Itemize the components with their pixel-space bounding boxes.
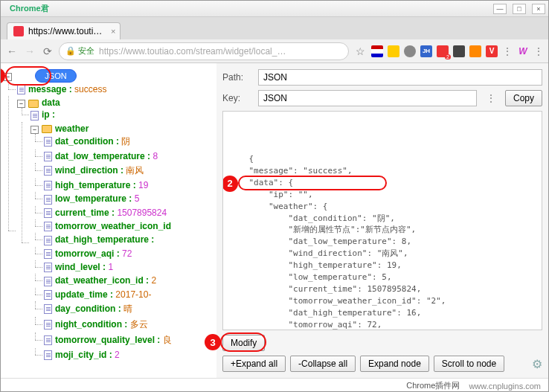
minimize-button[interactable]: —: [493, 4, 507, 14]
callout-3-ring: [220, 332, 266, 352]
file-icon: [44, 335, 52, 345]
favicon-icon: [13, 26, 24, 36]
page-footer: Chrome插件网 www.cnplugins.com: [1, 378, 548, 392]
tab-close-icon[interactable]: ×: [111, 27, 115, 36]
tree-node[interactable]: dat_high_temperature :: [44, 233, 214, 246]
path-label: Path:: [222, 72, 252, 83]
settings-gear-icon[interactable]: ⚙: [532, 357, 542, 371]
tree-node[interactable]: current_time : 1507895824: [44, 206, 214, 219]
file-icon: [44, 208, 52, 218]
brand-label: Chrome君: [10, 3, 49, 14]
tree-node[interactable]: dat_condition : 阴: [44, 134, 214, 150]
maximize-button[interactable]: □: [513, 4, 526, 14]
flag-icon[interactable]: [371, 45, 383, 57]
callout-1-ring: [5, 66, 51, 86]
key-menu-icon[interactable]: ⋮: [483, 92, 499, 104]
file-icon: [44, 137, 52, 147]
file-icon: [17, 85, 25, 94]
tree-node[interactable]: high_temperature : 19: [44, 179, 214, 192]
callout-2: 2: [222, 176, 238, 192]
tree-node[interactable]: low_temperature : 5: [44, 192, 214, 205]
tab-title: https://www.touti…: [28, 26, 102, 36]
file-icon: [44, 166, 52, 176]
tree-node[interactable]: dat_low_temperature : 8: [44, 150, 214, 163]
expand-node-button[interactable]: Expand node: [360, 356, 429, 372]
browser-menu-icon[interactable]: ⋮: [533, 45, 544, 57]
star-ext-icon[interactable]: [388, 45, 399, 57]
file-icon: [44, 304, 52, 314]
bookmark-star-icon[interactable]: ☆: [353, 45, 367, 58]
callout-3: 3: [205, 334, 221, 350]
tree-node[interactable]: wind_direction : 南风: [44, 163, 214, 179]
key-label: Key:: [222, 93, 252, 103]
callout-2-ring: [238, 176, 387, 190]
v-ext-icon[interactable]: V: [486, 45, 498, 57]
circle-ext-icon[interactable]: [404, 45, 416, 57]
file-icon: [44, 350, 52, 360]
file-icon: [44, 236, 52, 245]
file-icon: [44, 263, 52, 272]
jh-ext-icon[interactable]: JH: [420, 45, 432, 57]
path-row: Path:: [222, 69, 542, 86]
footer-site2: www.cnplugins.com: [469, 382, 541, 391]
file-icon: [44, 249, 52, 259]
json-textarea[interactable]: 2 { "message": "success", "data": { "ip"…: [222, 111, 542, 330]
w-ext-icon[interactable]: W: [517, 45, 529, 57]
copy-button[interactable]: Copy: [505, 90, 542, 106]
reload-button[interactable]: ⟳: [41, 45, 54, 58]
tree-node[interactable]: moji_city_id : 2: [44, 348, 214, 362]
window-titlebar: Chrome君 — □ ×: [1, 1, 548, 17]
address-bar: ← → ⟳ 🔒 安全 https://www.toutiao.com/strea…: [1, 39, 548, 63]
tree-node-message[interactable]: message : success: [17, 83, 214, 96]
tree-node[interactable]: dat_weather_icon_id : 2: [44, 274, 214, 287]
back-button[interactable]: ←: [5, 45, 19, 58]
file-icon: [44, 290, 52, 300]
bottom-button-row: +Expand all -Collapse all Expand node Sc…: [222, 356, 542, 372]
tree-node[interactable]: day_condition : 晴: [44, 301, 214, 317]
more-ext-icon[interactable]: ⋮: [502, 45, 513, 57]
callout-1: 1: [1, 68, 5, 84]
json-tree-panel: 1 − JSON message : success −data ip : −w…: [1, 63, 216, 378]
url-text: https://www.toutiao.com/stream/widget/lo…: [99, 46, 286, 57]
tree-node[interactable]: tomorrow_quality_level : 良: [44, 332, 214, 348]
tree-node-data[interactable]: −data ip : −weather dat_condition : 阴dat…: [17, 96, 214, 364]
file-icon: [44, 320, 52, 330]
collapse-all-button[interactable]: -Collapse all: [290, 356, 356, 372]
tree-node[interactable]: wind_level : 1: [44, 260, 214, 274]
tree-node[interactable]: tomorrow_weather_icon_id: [44, 219, 214, 233]
tree-node-ip[interactable]: ip :: [30, 108, 214, 121]
red-ext-icon[interactable]: [437, 45, 449, 57]
folder-icon: [28, 100, 39, 108]
close-button[interactable]: ×: [532, 4, 545, 14]
tree-node[interactable]: tomorrow_aqi : 72: [44, 247, 214, 260]
file-icon: [44, 195, 52, 205]
key-input[interactable]: [258, 90, 477, 106]
file-icon: [30, 111, 39, 121]
browser-tab[interactable]: https://www.touti… ×: [7, 22, 121, 39]
tree-node[interactable]: update_time : 2017-10-: [44, 288, 214, 301]
footer-site1: Chrome插件网: [406, 380, 460, 391]
orange-ext-icon[interactable]: [469, 45, 481, 57]
secure-badge: 🔒 安全: [65, 45, 94, 57]
scroll-to-node-button[interactable]: Scroll to node: [434, 356, 504, 372]
file-icon: [44, 181, 52, 190]
url-input[interactable]: 🔒 安全 https://www.toutiao.com/stream/widg…: [59, 42, 349, 60]
file-icon: [44, 277, 52, 286]
file-icon: [44, 152, 52, 161]
extension-icons: JH V ⋮ W ⋮: [371, 45, 544, 57]
detail-panel: Path: Key: ⋮ Copy 2 { "message": "succes…: [216, 63, 548, 378]
tree-node[interactable]: night_condition : 多云: [44, 317, 214, 332]
folder-icon: [42, 125, 52, 133]
path-input[interactable]: [258, 69, 542, 86]
key-row: Key: ⋮ Copy: [222, 90, 542, 106]
expand-all-button[interactable]: +Expand all: [222, 356, 286, 372]
tree-toggle[interactable]: −: [30, 126, 39, 134]
forward-button[interactable]: →: [23, 45, 36, 58]
dark-ext-icon[interactable]: [453, 45, 465, 57]
tab-strip: https://www.touti… ×: [1, 17, 548, 39]
file-icon: [44, 222, 52, 231]
tree-toggle[interactable]: −: [17, 100, 25, 108]
tree-node-weather[interactable]: −weather dat_condition : 阴dat_low_temper…: [30, 122, 214, 364]
